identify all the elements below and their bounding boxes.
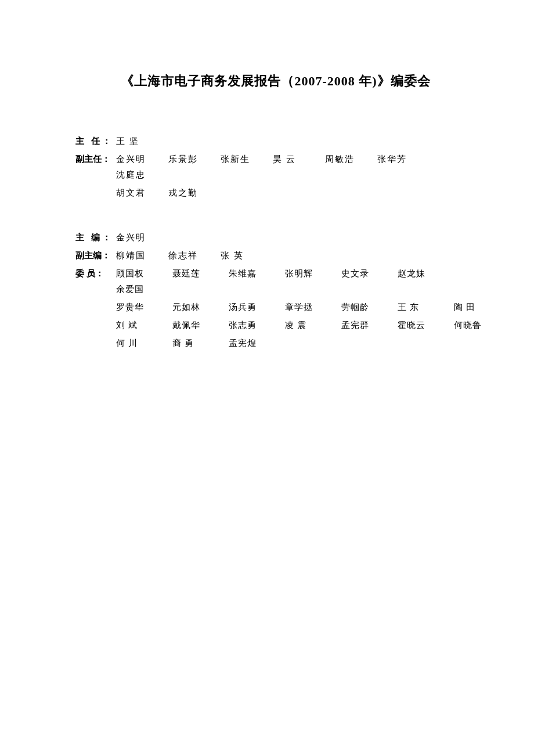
weiyuan-content-row1: 顾国权 聂廷莲 朱维嘉 张明辉 史文录 赵龙妹 余爱国 bbox=[116, 266, 476, 297]
weiyuan-2-5: 劳帼龄 bbox=[341, 300, 391, 315]
weiyuan-4-3: 孟宪煌 bbox=[229, 336, 278, 351]
weiyuan-4-2: 裔 勇 bbox=[172, 336, 222, 351]
fuzhuren-name-2: 乐景彭 bbox=[168, 152, 215, 167]
fuzhuren-row2: 胡文君 戎之勤 bbox=[75, 185, 476, 201]
weiyuan-3-7: 何晓鲁 bbox=[454, 318, 503, 333]
weiyuan-row4: 何 川 裔 勇 孟宪煌 bbox=[75, 336, 476, 351]
zhubain-name: 金兴明 bbox=[116, 230, 163, 246]
weiyuan-label: 委 员： bbox=[75, 266, 116, 282]
weiyuan-1-3: 朱维嘉 bbox=[229, 266, 278, 282]
fuzhubain-content: 柳靖国 徐志祥 张 英 bbox=[116, 248, 476, 264]
fuzhuren-content-row1: 金兴明 乐景彭 张新生 昊 云 周敏浩 张华芳 沈庭忠 bbox=[116, 152, 476, 183]
fuzhuren-name-4: 昊 云 bbox=[273, 152, 319, 167]
weiyuan-3-2: 戴佩华 bbox=[172, 318, 222, 333]
weiyuan-2-6: 王 东 bbox=[398, 300, 447, 315]
weiyuan-2-4: 章学拯 bbox=[285, 300, 334, 315]
weiyuan-row1: 委 员： 顾国权 聂廷莲 朱维嘉 张明辉 史文录 赵龙妹 余爱国 bbox=[75, 266, 476, 297]
fuzhubain-row: 副主编： 柳靖国 徐志祥 张 英 bbox=[75, 248, 476, 264]
fuzhuren-name-6: 张华芳 bbox=[377, 152, 424, 167]
zhuren-name: 王 坚 bbox=[116, 134, 163, 149]
weiyuan-3-5: 孟宪群 bbox=[341, 318, 391, 333]
weiyuan-2-3: 汤兵勇 bbox=[229, 300, 278, 315]
page-container: 《上海市电子商务发展报告（2007-2008 年)》编委会 主 任： 王 坚 副… bbox=[0, 0, 534, 756]
weiyuan-2-1: 罗贵华 bbox=[116, 300, 165, 315]
weiyuan-row2: 罗贵华 元如林 汤兵勇 章学拯 劳帼龄 王 东 陶 田 bbox=[75, 300, 476, 315]
weiyuan-1-4: 张明辉 bbox=[285, 266, 334, 282]
fuzhuren-name-7: 沈庭忠 bbox=[116, 167, 163, 183]
fuzhuren-name-5: 周敏浩 bbox=[325, 152, 371, 167]
weiyuan-3-1: 刘 斌 bbox=[116, 318, 165, 333]
fuzhubain-name-3: 张 英 bbox=[221, 248, 267, 264]
weiyuan-1-2: 聂廷莲 bbox=[172, 266, 222, 282]
weiyuan-1-7: 余爱国 bbox=[116, 282, 165, 297]
fuzhuren-name-1: 金兴明 bbox=[116, 152, 163, 167]
fuzhuren-name-9: 戎之勤 bbox=[168, 185, 215, 201]
weiyuan-3-4: 凌 震 bbox=[285, 318, 334, 333]
weiyuan-3-6: 霍晓云 bbox=[398, 318, 447, 333]
weiyuan-4-1: 何 川 bbox=[116, 336, 165, 351]
weiyuan-2-2: 元如林 bbox=[172, 300, 222, 315]
zhuren-row: 主 任： 王 坚 bbox=[75, 134, 476, 149]
zhuren-label: 主 任： bbox=[75, 134, 116, 149]
section-editorial: 主 编： 金兴明 副主编： 柳靖国 徐志祥 张 英 委 员： 顾国权 聂廷莲 朱… bbox=[75, 230, 476, 351]
fuzhubain-name-2: 徐志祥 bbox=[168, 248, 215, 264]
fuzhuren-name-3: 张新生 bbox=[221, 152, 267, 167]
weiyuan-1-6: 赵龙妹 bbox=[398, 266, 447, 282]
fuzhubain-label: 副主编： bbox=[75, 248, 116, 264]
weiyuan-1-5: 史文录 bbox=[341, 266, 391, 282]
weiyuan-1-1: 顾国权 bbox=[116, 266, 165, 282]
weiyuan-3-3: 张志勇 bbox=[229, 318, 278, 333]
fuzhuren-row1: 副主任： 金兴明 乐景彭 张新生 昊 云 周敏浩 张华芳 沈庭忠 bbox=[75, 152, 476, 183]
fuzhuren-name-8: 胡文君 bbox=[116, 185, 163, 201]
zhubain-row: 主 编： 金兴明 bbox=[75, 230, 476, 246]
weiyuan-2-7: 陶 田 bbox=[454, 300, 503, 315]
weiyuan-row3: 刘 斌 戴佩华 张志勇 凌 震 孟宪群 霍晓云 何晓鲁 bbox=[75, 318, 476, 333]
page-title: 《上海市电子商务发展报告（2007-2008 年)》编委会 bbox=[75, 70, 476, 93]
fuzhuren-label: 副主任： bbox=[75, 152, 116, 167]
fuzhubain-name-1: 柳靖国 bbox=[116, 248, 163, 264]
zhubain-label: 主 编： bbox=[75, 230, 116, 246]
section-leadership: 主 任： 王 坚 副主任： 金兴明 乐景彭 张新生 昊 云 周敏浩 张华芳 沈庭… bbox=[75, 134, 476, 201]
